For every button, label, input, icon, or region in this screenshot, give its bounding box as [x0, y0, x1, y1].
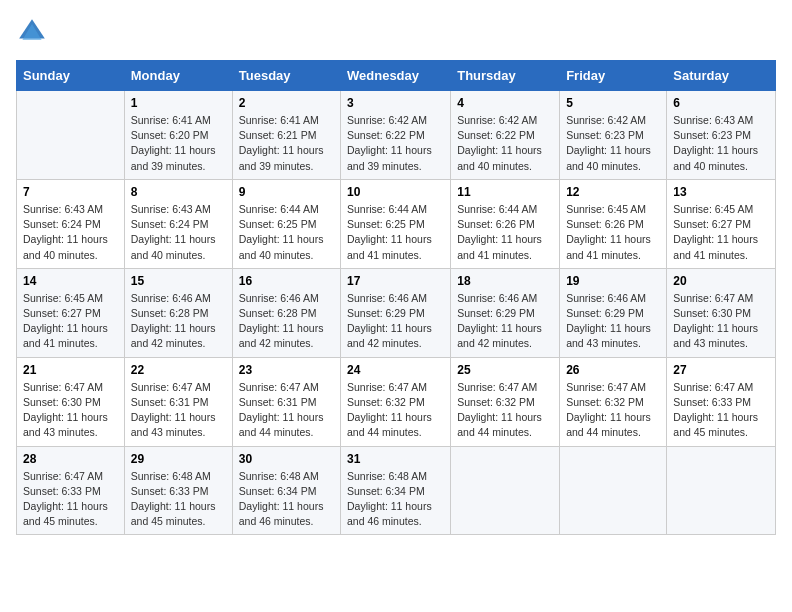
calendar-cell: 18Sunrise: 6:46 AMSunset: 6:29 PMDayligh…: [451, 268, 560, 357]
day-number: 17: [347, 274, 444, 288]
calendar-cell: 5Sunrise: 6:42 AMSunset: 6:23 PMDaylight…: [560, 91, 667, 180]
calendar-cell: 3Sunrise: 6:42 AMSunset: 6:22 PMDaylight…: [341, 91, 451, 180]
calendar-cell: 20Sunrise: 6:47 AMSunset: 6:30 PMDayligh…: [667, 268, 776, 357]
day-number: 15: [131, 274, 226, 288]
calendar-cell: 22Sunrise: 6:47 AMSunset: 6:31 PMDayligh…: [124, 357, 232, 446]
day-number: 26: [566, 363, 660, 377]
day-info: Sunrise: 6:42 AMSunset: 6:23 PMDaylight:…: [566, 113, 660, 174]
day-info: Sunrise: 6:46 AMSunset: 6:29 PMDaylight:…: [347, 291, 444, 352]
day-info: Sunrise: 6:48 AMSunset: 6:34 PMDaylight:…: [347, 469, 444, 530]
day-number: 29: [131, 452, 226, 466]
day-info: Sunrise: 6:45 AMSunset: 6:26 PMDaylight:…: [566, 202, 660, 263]
day-info: Sunrise: 6:48 AMSunset: 6:34 PMDaylight:…: [239, 469, 334, 530]
day-number: 27: [673, 363, 769, 377]
day-info: Sunrise: 6:47 AMSunset: 6:32 PMDaylight:…: [566, 380, 660, 441]
calendar-cell: 8Sunrise: 6:43 AMSunset: 6:24 PMDaylight…: [124, 179, 232, 268]
calendar-cell: 14Sunrise: 6:45 AMSunset: 6:27 PMDayligh…: [17, 268, 125, 357]
calendar-cell: 19Sunrise: 6:46 AMSunset: 6:29 PMDayligh…: [560, 268, 667, 357]
calendar-cell: 1Sunrise: 6:41 AMSunset: 6:20 PMDaylight…: [124, 91, 232, 180]
calendar-cell: 30Sunrise: 6:48 AMSunset: 6:34 PMDayligh…: [232, 446, 340, 535]
day-info: Sunrise: 6:44 AMSunset: 6:26 PMDaylight:…: [457, 202, 553, 263]
header-row: SundayMondayTuesdayWednesdayThursdayFrid…: [17, 61, 776, 91]
page-container: SundayMondayTuesdayWednesdayThursdayFrid…: [0, 0, 792, 551]
week-row-3: 14Sunrise: 6:45 AMSunset: 6:27 PMDayligh…: [17, 268, 776, 357]
day-number: 25: [457, 363, 553, 377]
day-number: 28: [23, 452, 118, 466]
day-number: 9: [239, 185, 334, 199]
day-info: Sunrise: 6:43 AMSunset: 6:23 PMDaylight:…: [673, 113, 769, 174]
calendar-cell: [667, 446, 776, 535]
calendar-cell: 7Sunrise: 6:43 AMSunset: 6:24 PMDaylight…: [17, 179, 125, 268]
calendar-cell: 16Sunrise: 6:46 AMSunset: 6:28 PMDayligh…: [232, 268, 340, 357]
day-number: 1: [131, 96, 226, 110]
calendar-cell: [17, 91, 125, 180]
day-info: Sunrise: 6:45 AMSunset: 6:27 PMDaylight:…: [673, 202, 769, 263]
day-number: 31: [347, 452, 444, 466]
calendar-cell: 25Sunrise: 6:47 AMSunset: 6:32 PMDayligh…: [451, 357, 560, 446]
day-info: Sunrise: 6:46 AMSunset: 6:29 PMDaylight:…: [457, 291, 553, 352]
day-info: Sunrise: 6:47 AMSunset: 6:32 PMDaylight:…: [457, 380, 553, 441]
col-header-saturday: Saturday: [667, 61, 776, 91]
week-row-2: 7Sunrise: 6:43 AMSunset: 6:24 PMDaylight…: [17, 179, 776, 268]
day-info: Sunrise: 6:47 AMSunset: 6:31 PMDaylight:…: [131, 380, 226, 441]
calendar-cell: 21Sunrise: 6:47 AMSunset: 6:30 PMDayligh…: [17, 357, 125, 446]
day-info: Sunrise: 6:43 AMSunset: 6:24 PMDaylight:…: [23, 202, 118, 263]
day-info: Sunrise: 6:47 AMSunset: 6:30 PMDaylight:…: [23, 380, 118, 441]
col-header-friday: Friday: [560, 61, 667, 91]
day-number: 20: [673, 274, 769, 288]
day-info: Sunrise: 6:44 AMSunset: 6:25 PMDaylight:…: [239, 202, 334, 263]
day-info: Sunrise: 6:41 AMSunset: 6:20 PMDaylight:…: [131, 113, 226, 174]
calendar-cell: 12Sunrise: 6:45 AMSunset: 6:26 PMDayligh…: [560, 179, 667, 268]
day-info: Sunrise: 6:47 AMSunset: 6:33 PMDaylight:…: [673, 380, 769, 441]
calendar-cell: 23Sunrise: 6:47 AMSunset: 6:31 PMDayligh…: [232, 357, 340, 446]
col-header-thursday: Thursday: [451, 61, 560, 91]
day-info: Sunrise: 6:47 AMSunset: 6:31 PMDaylight:…: [239, 380, 334, 441]
col-header-tuesday: Tuesday: [232, 61, 340, 91]
day-info: Sunrise: 6:46 AMSunset: 6:29 PMDaylight:…: [566, 291, 660, 352]
day-number: 13: [673, 185, 769, 199]
day-number: 21: [23, 363, 118, 377]
day-number: 22: [131, 363, 226, 377]
day-number: 23: [239, 363, 334, 377]
day-info: Sunrise: 6:44 AMSunset: 6:25 PMDaylight:…: [347, 202, 444, 263]
day-info: Sunrise: 6:48 AMSunset: 6:33 PMDaylight:…: [131, 469, 226, 530]
week-row-5: 28Sunrise: 6:47 AMSunset: 6:33 PMDayligh…: [17, 446, 776, 535]
day-info: Sunrise: 6:47 AMSunset: 6:30 PMDaylight:…: [673, 291, 769, 352]
col-header-wednesday: Wednesday: [341, 61, 451, 91]
header: [16, 16, 776, 48]
week-row-4: 21Sunrise: 6:47 AMSunset: 6:30 PMDayligh…: [17, 357, 776, 446]
day-number: 24: [347, 363, 444, 377]
day-number: 30: [239, 452, 334, 466]
calendar-cell: 29Sunrise: 6:48 AMSunset: 6:33 PMDayligh…: [124, 446, 232, 535]
day-number: 12: [566, 185, 660, 199]
calendar-cell: [451, 446, 560, 535]
day-number: 6: [673, 96, 769, 110]
calendar-cell: 27Sunrise: 6:47 AMSunset: 6:33 PMDayligh…: [667, 357, 776, 446]
calendar-cell: 9Sunrise: 6:44 AMSunset: 6:25 PMDaylight…: [232, 179, 340, 268]
calendar-table: SundayMondayTuesdayWednesdayThursdayFrid…: [16, 60, 776, 535]
day-info: Sunrise: 6:43 AMSunset: 6:24 PMDaylight:…: [131, 202, 226, 263]
day-number: 2: [239, 96, 334, 110]
calendar-cell: 11Sunrise: 6:44 AMSunset: 6:26 PMDayligh…: [451, 179, 560, 268]
day-number: 18: [457, 274, 553, 288]
day-info: Sunrise: 6:46 AMSunset: 6:28 PMDaylight:…: [131, 291, 226, 352]
day-number: 10: [347, 185, 444, 199]
logo: [16, 16, 52, 48]
day-number: 19: [566, 274, 660, 288]
logo-icon: [16, 16, 48, 48]
day-info: Sunrise: 6:47 AMSunset: 6:32 PMDaylight:…: [347, 380, 444, 441]
day-info: Sunrise: 6:46 AMSunset: 6:28 PMDaylight:…: [239, 291, 334, 352]
day-number: 4: [457, 96, 553, 110]
day-info: Sunrise: 6:42 AMSunset: 6:22 PMDaylight:…: [457, 113, 553, 174]
calendar-cell: 31Sunrise: 6:48 AMSunset: 6:34 PMDayligh…: [341, 446, 451, 535]
day-number: 7: [23, 185, 118, 199]
calendar-cell: 28Sunrise: 6:47 AMSunset: 6:33 PMDayligh…: [17, 446, 125, 535]
day-info: Sunrise: 6:41 AMSunset: 6:21 PMDaylight:…: [239, 113, 334, 174]
day-number: 8: [131, 185, 226, 199]
col-header-sunday: Sunday: [17, 61, 125, 91]
day-info: Sunrise: 6:47 AMSunset: 6:33 PMDaylight:…: [23, 469, 118, 530]
calendar-cell: 15Sunrise: 6:46 AMSunset: 6:28 PMDayligh…: [124, 268, 232, 357]
week-row-1: 1Sunrise: 6:41 AMSunset: 6:20 PMDaylight…: [17, 91, 776, 180]
col-header-monday: Monday: [124, 61, 232, 91]
day-number: 14: [23, 274, 118, 288]
